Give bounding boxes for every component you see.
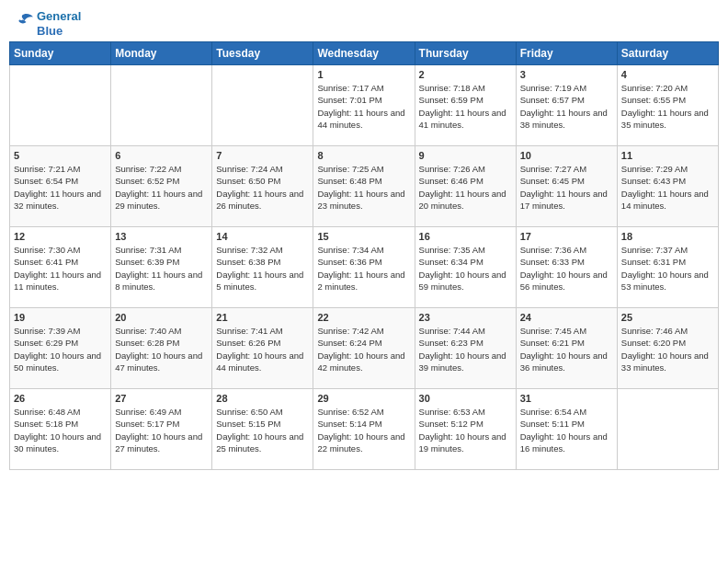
day-info: Sunrise: 6:53 AMSunset: 5:12 PMDaylight:… bbox=[419, 406, 512, 454]
day-number: 24 bbox=[520, 312, 613, 323]
day-info: Sunrise: 6:54 AMSunset: 5:11 PMDaylight:… bbox=[520, 406, 613, 454]
day-number: 27 bbox=[115, 393, 208, 404]
day-number: 10 bbox=[520, 150, 613, 161]
logo: General Blue bbox=[9, 9, 81, 38]
day-info: Sunrise: 7:19 AMSunset: 6:57 PMDaylight:… bbox=[520, 82, 613, 131]
calendar-day-cell: 6Sunrise: 7:22 AMSunset: 6:52 PMDaylight… bbox=[111, 146, 212, 227]
day-number: 14 bbox=[216, 231, 309, 242]
calendar-day-cell: 21Sunrise: 7:41 AMSunset: 6:26 PMDayligh… bbox=[212, 308, 313, 389]
day-number: 6 bbox=[115, 150, 208, 161]
day-info: Sunrise: 7:26 AMSunset: 6:46 PMDaylight:… bbox=[419, 163, 512, 212]
day-number: 2 bbox=[419, 69, 512, 80]
calendar-header-monday: Monday bbox=[111, 42, 212, 65]
calendar-day-cell: 5Sunrise: 7:21 AMSunset: 6:54 PMDaylight… bbox=[10, 146, 111, 227]
day-info: Sunrise: 7:22 AMSunset: 6:52 PMDaylight:… bbox=[115, 163, 208, 212]
calendar-day-cell: 10Sunrise: 7:27 AMSunset: 6:45 PMDayligh… bbox=[516, 146, 617, 227]
calendar-week-row: 26Sunrise: 6:48 AMSunset: 5:18 PMDayligh… bbox=[10, 389, 719, 470]
day-number: 11 bbox=[621, 150, 714, 161]
day-number: 8 bbox=[317, 150, 410, 161]
calendar-header-row: SundayMondayTuesdayWednesdayThursdayFrid… bbox=[10, 42, 719, 65]
day-number: 21 bbox=[216, 312, 309, 323]
day-info: Sunrise: 7:31 AMSunset: 6:39 PMDaylight:… bbox=[115, 244, 208, 293]
day-number: 18 bbox=[621, 231, 714, 242]
calendar-day-cell: 28Sunrise: 6:50 AMSunset: 5:15 PMDayligh… bbox=[212, 389, 313, 470]
day-info: Sunrise: 7:25 AMSunset: 6:48 PMDaylight:… bbox=[317, 163, 410, 212]
calendar-day-cell bbox=[212, 65, 313, 146]
calendar-day-cell bbox=[10, 65, 111, 146]
day-info: Sunrise: 6:52 AMSunset: 5:14 PMDaylight:… bbox=[317, 406, 410, 454]
calendar-day-cell: 26Sunrise: 6:48 AMSunset: 5:18 PMDayligh… bbox=[10, 389, 111, 470]
calendar-header-tuesday: Tuesday bbox=[212, 42, 313, 65]
calendar-week-row: 19Sunrise: 7:39 AMSunset: 6:29 PMDayligh… bbox=[10, 308, 719, 389]
calendar-day-cell: 3Sunrise: 7:19 AMSunset: 6:57 PMDaylight… bbox=[516, 65, 617, 146]
day-info: Sunrise: 7:41 AMSunset: 6:26 PMDaylight:… bbox=[216, 325, 309, 373]
day-number: 3 bbox=[520, 69, 613, 80]
day-number: 28 bbox=[216, 393, 309, 404]
calendar-day-cell: 4Sunrise: 7:20 AMSunset: 6:55 PMDaylight… bbox=[617, 65, 718, 146]
calendar-day-cell: 18Sunrise: 7:37 AMSunset: 6:31 PMDayligh… bbox=[617, 227, 718, 308]
day-info: Sunrise: 7:21 AMSunset: 6:54 PMDaylight:… bbox=[14, 163, 107, 212]
calendar-day-cell bbox=[111, 65, 212, 146]
calendar-week-row: 1Sunrise: 7:17 AMSunset: 7:01 PMDaylight… bbox=[10, 65, 719, 146]
calendar-day-cell: 25Sunrise: 7:46 AMSunset: 6:20 PMDayligh… bbox=[617, 308, 718, 389]
day-info: Sunrise: 7:35 AMSunset: 6:34 PMDaylight:… bbox=[419, 244, 512, 293]
calendar-day-cell: 31Sunrise: 6:54 AMSunset: 5:11 PMDayligh… bbox=[516, 389, 617, 470]
day-info: Sunrise: 7:45 AMSunset: 6:21 PMDaylight:… bbox=[520, 325, 613, 373]
day-info: Sunrise: 7:27 AMSunset: 6:45 PMDaylight:… bbox=[520, 163, 613, 212]
calendar-day-cell: 1Sunrise: 7:17 AMSunset: 7:01 PMDaylight… bbox=[313, 65, 415, 146]
day-number: 22 bbox=[317, 312, 410, 323]
calendar-week-row: 5Sunrise: 7:21 AMSunset: 6:54 PMDaylight… bbox=[10, 146, 719, 227]
calendar-day-cell: 29Sunrise: 6:52 AMSunset: 5:14 PMDayligh… bbox=[313, 389, 415, 470]
day-info: Sunrise: 7:20 AMSunset: 6:55 PMDaylight:… bbox=[621, 82, 714, 131]
day-info: Sunrise: 7:30 AMSunset: 6:41 PMDaylight:… bbox=[14, 244, 107, 293]
day-number: 31 bbox=[520, 393, 613, 404]
calendar-day-cell: 8Sunrise: 7:25 AMSunset: 6:48 PMDaylight… bbox=[313, 146, 415, 227]
day-info: Sunrise: 6:50 AMSunset: 5:15 PMDaylight:… bbox=[216, 406, 309, 454]
day-number: 23 bbox=[419, 312, 512, 323]
calendar-day-cell: 14Sunrise: 7:32 AMSunset: 6:38 PMDayligh… bbox=[212, 227, 313, 308]
day-number: 9 bbox=[419, 150, 512, 161]
day-info: Sunrise: 7:34 AMSunset: 6:36 PMDaylight:… bbox=[317, 244, 410, 293]
calendar-day-cell: 16Sunrise: 7:35 AMSunset: 6:34 PMDayligh… bbox=[415, 227, 516, 308]
day-info: Sunrise: 7:32 AMSunset: 6:38 PMDaylight:… bbox=[216, 244, 309, 293]
calendar-day-cell: 15Sunrise: 7:34 AMSunset: 6:36 PMDayligh… bbox=[313, 227, 415, 308]
day-number: 25 bbox=[621, 312, 714, 323]
calendar-day-cell: 11Sunrise: 7:29 AMSunset: 6:43 PMDayligh… bbox=[617, 146, 718, 227]
calendar-day-cell: 13Sunrise: 7:31 AMSunset: 6:39 PMDayligh… bbox=[111, 227, 212, 308]
calendar-header-friday: Friday bbox=[516, 42, 617, 65]
calendar-day-cell: 2Sunrise: 7:18 AMSunset: 6:59 PMDaylight… bbox=[415, 65, 516, 146]
day-info: Sunrise: 6:49 AMSunset: 5:17 PMDaylight:… bbox=[115, 406, 208, 454]
calendar-day-cell bbox=[617, 389, 718, 470]
day-info: Sunrise: 6:48 AMSunset: 5:18 PMDaylight:… bbox=[14, 406, 107, 454]
calendar-day-cell: 7Sunrise: 7:24 AMSunset: 6:50 PMDaylight… bbox=[212, 146, 313, 227]
logo-icon bbox=[9, 12, 35, 32]
day-info: Sunrise: 7:46 AMSunset: 6:20 PMDaylight:… bbox=[621, 325, 714, 373]
calendar-day-cell: 22Sunrise: 7:42 AMSunset: 6:24 PMDayligh… bbox=[313, 308, 415, 389]
day-number: 30 bbox=[419, 393, 512, 404]
day-number: 15 bbox=[317, 231, 410, 242]
day-info: Sunrise: 7:29 AMSunset: 6:43 PMDaylight:… bbox=[621, 163, 714, 212]
calendar-day-cell: 17Sunrise: 7:36 AMSunset: 6:33 PMDayligh… bbox=[516, 227, 617, 308]
day-number: 4 bbox=[621, 69, 714, 80]
calendar-week-row: 12Sunrise: 7:30 AMSunset: 6:41 PMDayligh… bbox=[10, 227, 719, 308]
calendar-day-cell: 30Sunrise: 6:53 AMSunset: 5:12 PMDayligh… bbox=[415, 389, 516, 470]
calendar-header-saturday: Saturday bbox=[617, 42, 718, 65]
calendar-header-thursday: Thursday bbox=[415, 42, 516, 65]
day-number: 29 bbox=[317, 393, 410, 404]
page-header: General Blue bbox=[9, 9, 719, 38]
day-number: 17 bbox=[520, 231, 613, 242]
calendar-day-cell: 20Sunrise: 7:40 AMSunset: 6:28 PMDayligh… bbox=[111, 308, 212, 389]
day-number: 13 bbox=[115, 231, 208, 242]
calendar-header-sunday: Sunday bbox=[10, 42, 111, 65]
day-info: Sunrise: 7:40 AMSunset: 6:28 PMDaylight:… bbox=[115, 325, 208, 373]
day-info: Sunrise: 7:17 AMSunset: 7:01 PMDaylight:… bbox=[317, 82, 410, 131]
day-number: 7 bbox=[216, 150, 309, 161]
day-info: Sunrise: 7:36 AMSunset: 6:33 PMDaylight:… bbox=[520, 244, 613, 293]
day-info: Sunrise: 7:24 AMSunset: 6:50 PMDaylight:… bbox=[216, 163, 309, 212]
day-number: 20 bbox=[115, 312, 208, 323]
day-number: 19 bbox=[14, 312, 107, 323]
day-number: 1 bbox=[317, 69, 410, 80]
calendar-day-cell: 12Sunrise: 7:30 AMSunset: 6:41 PMDayligh… bbox=[10, 227, 111, 308]
calendar-table: SundayMondayTuesdayWednesdayThursdayFrid… bbox=[9, 41, 719, 470]
day-info: Sunrise: 7:42 AMSunset: 6:24 PMDaylight:… bbox=[317, 325, 410, 373]
